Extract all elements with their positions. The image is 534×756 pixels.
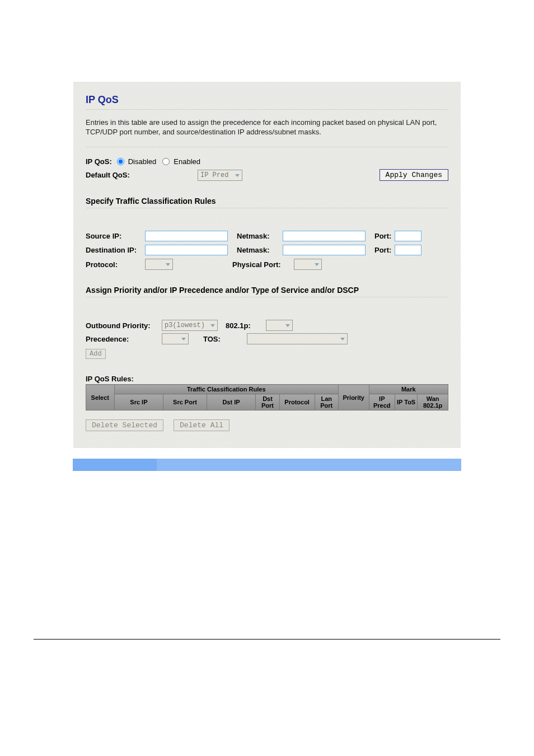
qos-enabled-radio[interactable] [162, 158, 170, 165]
outbound-priority-select[interactable]: p3(lowest) [162, 320, 218, 331]
qos-disabled-label: Disabled [128, 157, 157, 166]
col-dstip: Dst IP [207, 394, 256, 410]
source-ip-label: Source IP: [86, 232, 145, 240]
delete-row: Delete Selected Delete All [86, 419, 448, 431]
precedence-select[interactable] [162, 333, 189, 344]
footer-segment [73, 459, 157, 471]
col-ipprecd: IP Precd [369, 394, 395, 410]
qos-enabled-label: Enabled [174, 157, 200, 166]
outbound-priority-label: Outbound Priority: [86, 321, 157, 330]
dest-port-input[interactable] [395, 245, 421, 255]
col-lanport: Lan Port [315, 394, 338, 410]
protocol-row: Protocol: Physical Port: [86, 259, 448, 270]
qos-enable-row: IP QoS: Disabled Enabled [86, 157, 448, 166]
dest-netmask-input[interactable] [283, 245, 366, 255]
col-priority: Priority [338, 385, 369, 410]
col-srcip: Src IP [114, 394, 163, 410]
rules-table: Select Traffic Classification Rules Prio… [86, 384, 448, 410]
default-qos-label: Default QoS: [86, 171, 198, 179]
classification-section-title: Specify Traffic Classification Rules [86, 197, 448, 206]
footer-bar [73, 459, 461, 471]
page-title: IP QoS [86, 94, 448, 110]
add-button[interactable]: Add [86, 349, 106, 359]
source-port-input[interactable] [395, 231, 421, 241]
physical-port-select[interactable] [294, 259, 322, 270]
qos-disabled-radio[interactable] [117, 158, 124, 165]
physical-port-label: Physical Port: [232, 260, 294, 269]
protocol-select[interactable] [145, 259, 173, 270]
dest-ip-input[interactable] [145, 245, 228, 255]
divider [86, 208, 448, 208]
col-protocol: Protocol [279, 394, 315, 410]
apply-changes-button[interactable]: Apply Changes [380, 169, 448, 181]
col-select: Select [86, 385, 115, 410]
netmask-label: Netmask: [229, 232, 283, 240]
netmask-label-2: Netmask: [229, 246, 283, 254]
col-iptos: IP ToS [395, 394, 418, 410]
rules-title: IP QoS Rules: [86, 375, 448, 383]
classification-grid: Source IP: Netmask: Port: Destination IP… [86, 231, 448, 255]
delete-selected-button[interactable]: Delete Selected [86, 419, 163, 431]
page-description: Entries in this table are used to assign… [86, 118, 448, 137]
delete-all-button[interactable]: Delete All [174, 419, 229, 431]
source-netmask-input[interactable] [283, 231, 366, 241]
default-qos-select[interactable]: IP Pred [198, 170, 242, 181]
dest-ip-label: Destination IP: [86, 246, 145, 254]
divider [86, 147, 448, 147]
8021p-select[interactable] [266, 320, 293, 331]
qos-panel: IP QoS Entries in this table are used to… [73, 81, 461, 449]
col-dstport: Dst Port [256, 394, 279, 410]
col-group-classification: Traffic Classification Rules [114, 385, 338, 394]
col-srcport: Src Port [163, 394, 207, 410]
qos-label: IP QoS: [86, 157, 112, 166]
precedence-label: Precedence: [86, 335, 157, 343]
default-qos-row: Default QoS: IP Pred Apply Changes [86, 169, 448, 181]
tos-label: TOS: [200, 335, 242, 343]
precedence-row: Precedence: TOS: [86, 333, 448, 344]
assign-section-title: Assign Priority and/or IP Precedence and… [86, 286, 448, 295]
col-group-mark: Mark [369, 385, 448, 394]
tos-select[interactable] [247, 333, 348, 344]
8021p-label: 802.1p: [222, 321, 261, 330]
divider [86, 297, 448, 297]
port-label-2: Port: [367, 246, 395, 254]
port-label: Port: [367, 232, 395, 240]
col-wan8021p: Wan 802.1p [418, 394, 448, 410]
protocol-label: Protocol: [86, 260, 145, 269]
outbound-row: Outbound Priority: p3(lowest) 802.1p: [86, 320, 448, 331]
page-footer-line [34, 639, 500, 640]
source-ip-input[interactable] [145, 231, 228, 241]
